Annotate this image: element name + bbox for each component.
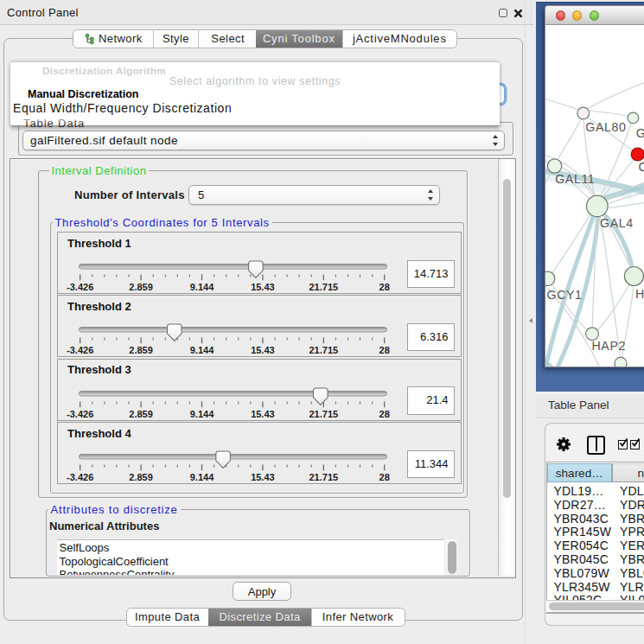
svg-text:GAL4: GAL4 [600, 216, 634, 230]
svg-text:28: 28 [379, 472, 389, 482]
svg-text:9.144: 9.144 [189, 472, 214, 482]
svg-text:HI: HI [635, 287, 644, 301]
svg-text:HAP2: HAP2 [592, 339, 626, 353]
svg-text:21.715: 21.715 [309, 409, 338, 419]
svg-text:15.43: 15.43 [251, 345, 275, 355]
svg-text:9.144: 9.144 [189, 282, 214, 292]
svg-text:GAL11: GAL11 [555, 172, 595, 186]
svg-text:2.859: 2.859 [129, 345, 153, 355]
svg-text:GCY1: GCY1 [547, 288, 583, 302]
svg-text:-3.426: -3.426 [67, 282, 93, 292]
svg-text:28: 28 [379, 282, 389, 292]
svg-text:15.43: 15.43 [251, 472, 275, 482]
svg-text:9.144: 9.144 [189, 345, 214, 355]
svg-text:2.859: 2.859 [129, 282, 153, 292]
svg-text:9.144: 9.144 [189, 409, 214, 419]
svg-text:GA: GA [636, 126, 644, 140]
svg-text:21.715: 21.715 [309, 472, 338, 482]
svg-text:15.43: 15.43 [251, 409, 275, 419]
svg-text:C: C [639, 160, 644, 174]
svg-text:-3.426: -3.426 [67, 472, 93, 482]
svg-text:-3.426: -3.426 [67, 345, 93, 355]
svg-text:21.715: 21.715 [309, 345, 338, 355]
svg-text:2.859: 2.859 [129, 472, 153, 482]
svg-text:21.715: 21.715 [309, 282, 338, 292]
svg-text:28: 28 [379, 345, 389, 355]
svg-text:28: 28 [379, 409, 389, 419]
svg-text:GAL80: GAL80 [585, 120, 626, 134]
svg-text:15.43: 15.43 [251, 282, 275, 292]
svg-text:2.859: 2.859 [129, 409, 153, 419]
svg-text:-3.426: -3.426 [67, 409, 93, 419]
